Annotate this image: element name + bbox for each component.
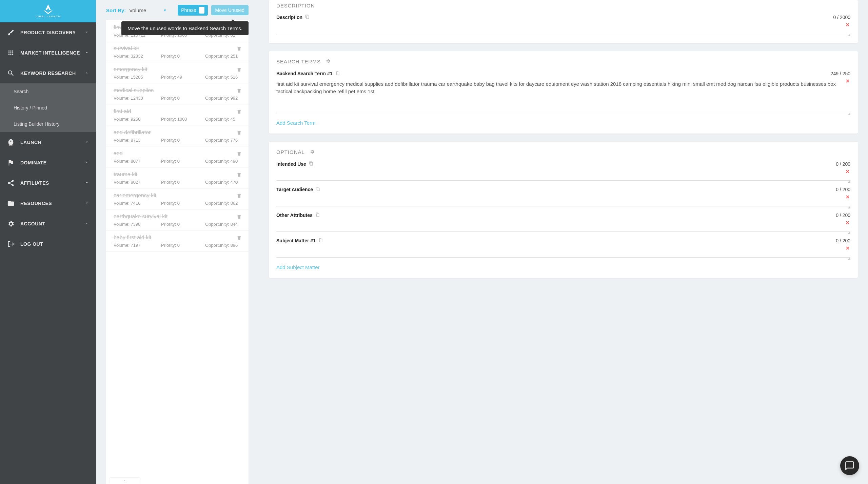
move-unused-label: Move Unused (215, 7, 244, 13)
keyword-priority: Priority: 0 (161, 201, 205, 206)
nav-item-market-intelligence[interactable]: MARKET INTELLIGENCE (0, 43, 96, 63)
clear-icon[interactable]: ✕ (846, 245, 850, 251)
optional-field-input[interactable] (276, 194, 850, 206)
bottom-tab-stub[interactable] (110, 478, 140, 484)
resize-handle-icon[interactable] (847, 256, 850, 260)
copy-icon[interactable] (316, 187, 320, 192)
dots-icon (7, 49, 15, 57)
copy-icon[interactable] (315, 213, 320, 218)
keyword-row[interactable]: emergency kitVolume: 15285Priority: 49Op… (106, 62, 249, 83)
nav-submenu: SearchHistory / PinnedListing Builder Hi… (0, 83, 96, 132)
copy-icon[interactable] (335, 71, 340, 76)
keyword-opportunity: Opportunity: 844 (205, 222, 238, 227)
nav-item-affiliates[interactable]: AFFILIATES (0, 173, 96, 193)
backend-search-term-input[interactable] (276, 78, 850, 113)
resize-handle-icon[interactable] (847, 112, 850, 115)
chevron-down-icon (84, 140, 89, 145)
keyword-opportunity: Opportunity: 470 (205, 180, 238, 185)
svg-point-1 (8, 51, 10, 52)
svg-point-4 (8, 52, 10, 54)
nav-item-log-out[interactable]: LOG OUT (0, 234, 96, 254)
resize-handle-icon[interactable] (847, 179, 850, 183)
clear-icon[interactable]: ✕ (846, 194, 850, 200)
gear-icon[interactable] (326, 59, 331, 65)
move-unused-button[interactable]: Move Unused Move the unused words to Bac… (211, 5, 249, 15)
keyword-row[interactable]: trauma kitVolume: 8027Priority: 0Opportu… (106, 167, 249, 188)
trash-icon[interactable] (237, 193, 242, 200)
nav-label: PRODUCT DISCOVERY (20, 30, 84, 35)
clear-icon[interactable]: ✕ (846, 169, 850, 174)
nav-item-keyword-research[interactable]: KEYWORD RESEARCH (0, 63, 96, 83)
description-label: Description (276, 15, 310, 20)
nav-label: LOG OUT (20, 241, 89, 247)
trash-icon[interactable] (237, 109, 242, 116)
trash-icon[interactable] (237, 151, 242, 158)
clear-icon[interactable]: ✕ (846, 22, 850, 27)
nav-item-product-discovery[interactable]: PRODUCT DISCOVERY (0, 22, 96, 43)
optional-field-input[interactable] (276, 169, 850, 181)
trash-icon[interactable] (237, 88, 242, 95)
keyword-row[interactable]: baby first aid kitVolume: 7197Priority: … (106, 230, 249, 251)
chevron-down-icon (84, 221, 89, 227)
copy-icon[interactable] (305, 15, 310, 20)
phrase-toggle[interactable]: Phrase (178, 5, 208, 16)
optional-field: Subject Matter #10 / 200✕ (276, 238, 850, 259)
keyword-row[interactable]: earthquake survival kitVolume: 7398Prior… (106, 209, 249, 230)
nav-item-account[interactable]: ACCOUNT (0, 214, 96, 234)
svg-point-3 (12, 51, 14, 52)
nav-sub-item[interactable]: History / Pinned (0, 100, 96, 116)
optional-card: OPTIONAL Intended Use0 / 200✕Target Audi… (269, 142, 858, 278)
nav-label: RESOURCES (20, 201, 84, 206)
keyword-row[interactable]: first aidVolume: 9250Priority: 1000Oppor… (106, 104, 249, 125)
optional-field-label: Target Audience (276, 187, 320, 192)
brush-icon (7, 28, 15, 37)
trash-icon[interactable] (237, 214, 242, 221)
clear-icon[interactable]: ✕ (846, 220, 850, 225)
keyword-priority: Priority: 0 (161, 159, 205, 164)
clear-icon[interactable]: ✕ (846, 78, 850, 84)
sort-value: Volume (129, 7, 146, 13)
resize-handle-icon[interactable] (847, 33, 850, 36)
trash-icon[interactable] (237, 172, 242, 179)
nav-item-dominate[interactable]: DOMINATE (0, 153, 96, 173)
svg-point-7 (8, 54, 10, 56)
trash-icon[interactable] (237, 235, 242, 242)
copy-icon[interactable] (309, 161, 313, 167)
gear-icon[interactable] (310, 149, 315, 155)
add-search-term-link[interactable]: Add Search Term (276, 120, 316, 126)
folder-icon (7, 199, 15, 207)
keyword-row[interactable]: survival kitVolume: 32832Priority: 0Oppo… (106, 41, 249, 62)
keyword-row[interactable]: aed defibrillatorVolume: 8713Priority: 0… (106, 125, 249, 146)
optional-field-input[interactable] (276, 220, 850, 232)
resize-handle-icon[interactable] (847, 205, 850, 208)
trash-icon[interactable] (237, 67, 242, 74)
keyword-row[interactable]: medical suppliesVolume: 12430Priority: 0… (106, 83, 249, 104)
resize-handle-icon[interactable] (847, 230, 850, 234)
copy-icon[interactable] (318, 238, 323, 243)
keyword-volume: Volume: 32832 (114, 54, 161, 59)
magnify-icon (7, 69, 15, 77)
keyword-term: trauma kit (114, 172, 241, 178)
keyword-priority: Priority: 0 (161, 96, 205, 101)
optional-field-input[interactable] (276, 245, 850, 258)
description-input[interactable] (276, 22, 850, 34)
keyword-opportunity: Opportunity: 45 (205, 117, 235, 122)
nav-sub-item[interactable]: Listing Builder History (0, 116, 96, 132)
add-subject-matter-link[interactable]: Add Subject Matter (276, 264, 320, 270)
chat-fab[interactable] (840, 456, 859, 475)
svg-point-9 (12, 54, 14, 56)
sort-select[interactable]: Volume ▼ (129, 7, 166, 13)
nav-sub-item[interactable]: Search (0, 83, 96, 100)
keyword-meta: Volume: 9250Priority: 1000Opportunity: 4… (114, 117, 241, 122)
nav-item-resources[interactable]: RESOURCES (0, 193, 96, 214)
nav-item-launch[interactable]: LAUNCH (0, 132, 96, 153)
keyword-row[interactable]: aedVolume: 8077Priority: 0Opportunity: 4… (106, 146, 249, 167)
keyword-row[interactable]: car emergency kitVolume: 7416Priority: 0… (106, 188, 249, 209)
keyword-list: first aid kitVolume: 115712Priority: 100… (106, 20, 249, 484)
keyword-opportunity: Opportunity: 251 (205, 54, 238, 59)
brand-logo[interactable]: VIRAL LAUNCH (0, 0, 96, 22)
trash-icon[interactable] (237, 46, 242, 53)
keyword-term: car emergency kit (114, 193, 241, 199)
chevron-down-icon (84, 50, 89, 56)
trash-icon[interactable] (237, 130, 242, 137)
